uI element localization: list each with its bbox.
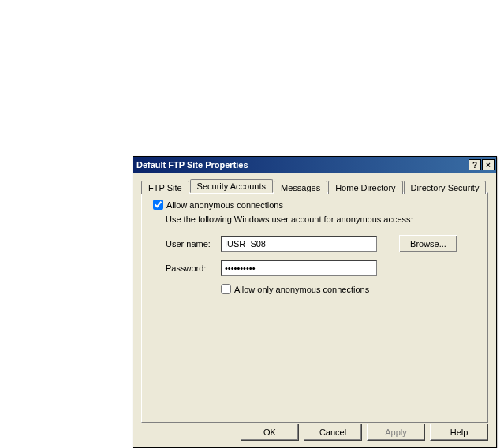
button-bar: OK Cancel Apply Help [241,424,488,441]
properties-dialog: Default FTP Site Properties ? × FTP Site… [133,156,497,448]
allow-anonymous-checkbox[interactable] [153,200,163,210]
tabstrip: FTP Site Security Accounts Messages Home… [141,179,488,192]
password-row: Password: [166,260,476,276]
tab-messages[interactable]: Messages [274,181,327,194]
allow-anonymous-label: Allow anonymous connections [166,200,283,210]
username-label: User name: [166,239,221,248]
background-region [8,8,495,155]
username-field[interactable] [221,236,377,252]
tab-panel: Allow anonymous connections Use the foll… [141,192,488,423]
allow-only-anonymous-label: Allow only anonymous connections [234,285,369,294]
anonymous-group: Allow anonymous connections Use the foll… [153,200,476,294]
allow-only-row: Allow only anonymous connections [221,284,476,294]
password-label: Password: [166,263,221,273]
username-row: User name: Browse... [166,235,476,252]
password-field[interactable] [221,260,377,276]
tab-home-directory[interactable]: Home Directory [328,181,402,194]
titlebar-buttons: ? × [469,159,496,170]
titlebar-title: Default FTP Site Properties [136,160,469,170]
cancel-button[interactable]: Cancel [304,424,362,441]
close-icon[interactable]: × [482,159,495,170]
help-button[interactable]: Help [430,424,488,441]
tab-security-accounts[interactable]: Security Accounts [190,179,273,193]
help-icon[interactable]: ? [469,159,481,170]
allow-anonymous-row: Allow anonymous connections [153,200,476,210]
apply-button[interactable]: Apply [367,424,425,441]
anonymous-subgroup: Use the following Windows user account f… [153,215,476,294]
subtitle-text: Use the following Windows user account f… [166,215,476,224]
ok-button[interactable]: OK [241,424,299,441]
allow-only-anonymous-checkbox[interactable] [221,284,231,294]
browse-button[interactable]: Browse... [399,235,457,252]
tab-ftp-site[interactable]: FTP Site [141,181,189,194]
dialog-body: FTP Site Security Accounts Messages Home… [133,173,496,447]
titlebar[interactable]: Default FTP Site Properties ? × [133,157,496,173]
tab-directory-security[interactable]: Directory Security [404,181,487,194]
